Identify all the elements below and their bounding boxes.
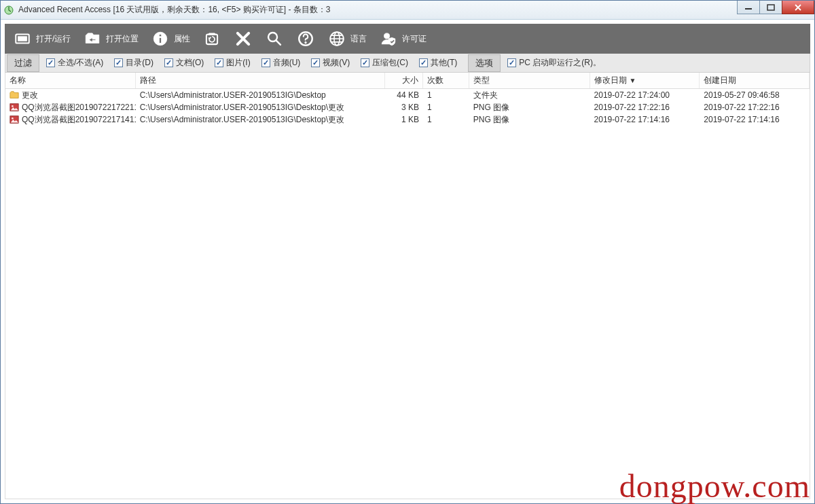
- row-size: 44 KB: [385, 90, 423, 100]
- list-body[interactable]: 更改C:\Users\Administrator.USER-20190513IG…: [5, 89, 810, 499]
- row-size: 1 KB: [385, 115, 423, 124]
- svg-point-14: [384, 33, 390, 39]
- close-button[interactable]: [782, 1, 814, 14]
- sort-desc-icon: ▼: [630, 77, 636, 84]
- close-x-icon: [234, 29, 253, 48]
- window-title: Advanced Recent Access [16 天试用版，剩余天数：16,…: [18, 4, 330, 16]
- image-file-icon: [10, 103, 19, 112]
- help-button[interactable]: [291, 25, 321, 52]
- open-run-icon: [13, 29, 32, 48]
- checkbox-dir[interactable]: 目录(D): [110, 57, 158, 69]
- checkbox-icon: [164, 58, 173, 67]
- column-created[interactable]: 创建日期: [700, 73, 810, 88]
- svg-rect-8: [206, 35, 217, 45]
- row-name: QQ浏览器截图20190722172211...: [22, 102, 136, 113]
- folder-icon: [10, 90, 19, 100]
- open-run-label: 打开/运行: [36, 33, 71, 45]
- search-icon: [265, 29, 284, 48]
- row-modified: 2019-07-22 17:24:00: [590, 90, 700, 100]
- column-size[interactable]: 大小: [385, 73, 423, 88]
- row-created: 2019-07-22 17:14:16: [700, 115, 810, 124]
- column-modified[interactable]: 修改日期▼: [590, 73, 700, 88]
- title-bar[interactable]: Advanced Recent Access [16 天试用版，剩余天数：16,…: [1, 1, 814, 20]
- language-label: 语言: [350, 33, 367, 45]
- open-location-button[interactable]: 打开位置: [77, 25, 144, 52]
- search-button[interactable]: [259, 25, 289, 52]
- row-times: 1: [423, 115, 469, 124]
- user-shield-icon: [379, 29, 398, 48]
- checkbox-icon: [419, 58, 428, 67]
- maximize-button[interactable]: [759, 1, 782, 14]
- app-icon: [3, 5, 14, 16]
- checkbox-select-all[interactable]: 全选/不选(A): [42, 57, 107, 69]
- checkbox-icon: [215, 58, 223, 67]
- svg-point-7: [160, 34, 162, 37]
- delete-button[interactable]: [228, 25, 258, 52]
- checkbox-icon: [361, 58, 369, 67]
- options-button[interactable]: 选项: [468, 54, 501, 72]
- properties-button[interactable]: 属性: [145, 25, 196, 52]
- license-label: 许可证: [402, 33, 427, 45]
- svg-rect-2: [767, 5, 774, 10]
- recycle-icon: [202, 29, 221, 48]
- row-type: 文件夹: [469, 90, 590, 101]
- toolbar: 打开/运行 打开位置 属性 语: [5, 24, 810, 54]
- window-controls: [738, 1, 814, 14]
- table-row[interactable]: QQ浏览器截图20190722171411...C:\Users\Adminis…: [5, 113, 810, 126]
- column-times[interactable]: 次数: [423, 73, 469, 88]
- open-location-icon: [83, 29, 102, 48]
- app-window: Advanced Recent Access [16 天试用版，剩余天数：16,…: [0, 0, 815, 504]
- open-run-button[interactable]: 打开/运行: [7, 25, 76, 52]
- properties-label: 属性: [174, 33, 190, 45]
- filter-button[interactable]: 过滤: [7, 54, 39, 72]
- open-location-label: 打开位置: [106, 33, 139, 45]
- row-modified: 2019-07-22 17:14:16: [590, 115, 700, 124]
- row-name: 更改: [22, 90, 38, 101]
- row-created: 2019-05-27 09:46:58: [700, 90, 810, 100]
- checkbox-video[interactable]: 视频(V): [307, 57, 354, 69]
- svg-point-16: [12, 105, 14, 107]
- checkbox-icon: [507, 58, 516, 67]
- minimize-button[interactable]: [737, 1, 760, 14]
- table-row[interactable]: QQ浏览器截图20190722172211...C:\Users\Adminis…: [5, 101, 810, 113]
- row-created: 2019-07-22 17:22:16: [700, 103, 810, 112]
- column-name[interactable]: 名称: [5, 73, 136, 88]
- help-icon: [296, 29, 315, 48]
- list-header: 名称 路径 大小 次数 类型 修改日期▼ 创建日期: [5, 73, 810, 89]
- row-name: QQ浏览器截图20190722171411...: [22, 114, 136, 126]
- checkbox-autostart[interactable]: PC 启动即运行之(R)。: [503, 57, 605, 69]
- checkbox-image[interactable]: 图片(I): [211, 57, 254, 69]
- checkbox-icon: [46, 58, 55, 67]
- checkbox-icon: [311, 58, 320, 67]
- checkbox-other[interactable]: 其他(T): [415, 57, 461, 69]
- row-times: 1: [423, 103, 469, 112]
- info-icon: [151, 29, 170, 48]
- svg-point-11: [305, 41, 307, 43]
- recycle-button[interactable]: [197, 25, 227, 52]
- checkbox-archive[interactable]: 压缩包(C): [357, 57, 412, 69]
- row-modified: 2019-07-22 17:22:16: [590, 103, 700, 112]
- window-body: 打开/运行 打开位置 属性 语: [1, 20, 814, 503]
- filter-bar: 过滤 全选/不选(A) 目录(D) 文档(O) 图片(I) 音频(U) 视频(V…: [5, 54, 810, 73]
- row-path: C:\Users\Administrator.USER-20190513IG\D…: [136, 114, 385, 126]
- globe-icon: [327, 29, 346, 48]
- table-row[interactable]: 更改C:\Users\Administrator.USER-20190513IG…: [5, 89, 810, 101]
- row-path: C:\Users\Administrator.USER-20190513IG\D…: [136, 102, 385, 113]
- checkbox-icon: [261, 58, 270, 67]
- svg-point-18: [12, 118, 14, 120]
- column-path[interactable]: 路径: [136, 73, 385, 88]
- checkbox-audio[interactable]: 音频(U): [257, 57, 305, 69]
- svg-rect-4: [18, 37, 27, 41]
- checkbox-doc[interactable]: 文档(O): [160, 57, 208, 69]
- row-path: C:\Users\Administrator.USER-20190513IG\D…: [136, 90, 385, 100]
- image-file-icon: [10, 115, 19, 124]
- svg-rect-6: [160, 37, 162, 43]
- row-type: PNG 图像: [469, 102, 590, 113]
- row-size: 3 KB: [385, 103, 423, 112]
- checkbox-icon: [114, 58, 123, 67]
- column-type[interactable]: 类型: [469, 73, 590, 88]
- row-times: 1: [423, 90, 469, 100]
- license-button[interactable]: 许可证: [374, 25, 432, 52]
- row-type: PNG 图像: [469, 114, 590, 126]
- language-button[interactable]: 语言: [322, 25, 372, 52]
